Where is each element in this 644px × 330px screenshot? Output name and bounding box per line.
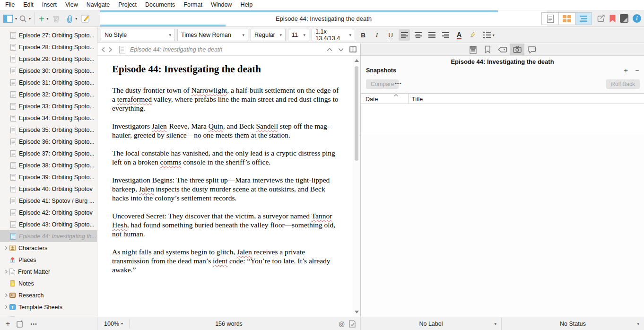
binder-item[interactable]: Episode 27: Orbiting Spoto... <box>0 29 97 41</box>
binder-item-trash[interactable]: Trash <box>0 313 97 317</box>
font-dropdown[interactable]: Times New Roman▾ <box>177 29 248 41</box>
label-dropdown[interactable]: No Label▾ <box>360 317 502 330</box>
compose-icon[interactable] <box>81 14 90 23</box>
column-divider[interactable] <box>408 94 409 104</box>
font-size-dropdown[interactable]: 11▾ <box>288 29 309 41</box>
tab-notes-icon[interactable] <box>466 43 480 55</box>
underline-button[interactable]: U <box>385 29 396 41</box>
expand-chevron-icon[interactable] <box>3 305 9 309</box>
binder-item[interactable]: Episode 35: Orbiting Spoto... <box>0 124 97 136</box>
menu-help[interactable]: Help <box>236 0 257 10</box>
search-caret[interactable]: ▾ <box>29 17 31 21</box>
binder-item[interactable]: Episode 30: Orbiting Spoto... <box>0 65 97 77</box>
menu-file[interactable]: File <box>1 0 19 10</box>
binder-item[interactable]: Episode 31: Orbiting Spoto... <box>0 77 97 88</box>
binder-item[interactable]: Episode 38: Orbiting Spoto... <box>0 159 97 171</box>
editor-text-area[interactable]: Episode 44: Investigating the death The … <box>97 56 353 317</box>
mark-reviewed-icon[interactable] <box>349 320 356 328</box>
menu-view[interactable]: View <box>61 0 82 10</box>
menu-documents[interactable]: Documents <box>141 0 179 10</box>
expand-chevron-icon[interactable] <box>3 246 9 250</box>
menu-insert[interactable]: Insert <box>38 0 61 10</box>
column-header-date[interactable]: Date <box>366 96 378 103</box>
target-icon[interactable]: ◎ <box>339 320 345 328</box>
binder-item-template-sheets[interactable]: TTemplate Sheets <box>0 301 97 313</box>
align-right-button[interactable] <box>440 29 451 41</box>
menu-navigate[interactable]: Navigate <box>82 0 114 10</box>
editor-scrollbar-thumb[interactable] <box>355 66 358 161</box>
tab-metadata-icon[interactable] <box>495 43 510 55</box>
info-icon[interactable]: i <box>633 14 641 23</box>
binder-item[interactable]: Episode 42: Orbiting Spotov <box>0 207 97 218</box>
italic-button[interactable]: I <box>371 29 383 41</box>
binder-item-notes[interactable]: Notes <box>0 278 97 289</box>
binder-item-selected[interactable]: Episode 44: Investigating th... <box>0 230 97 242</box>
menu-format[interactable]: Format <box>179 0 207 10</box>
menu-window[interactable]: Window <box>207 0 236 10</box>
binder-add-document-icon[interactable] <box>17 320 24 328</box>
column-header-title[interactable]: Title <box>412 96 423 103</box>
scroll-down-icon[interactable] <box>353 308 360 316</box>
scroll-up-icon[interactable] <box>353 57 360 64</box>
line-spacing-dropdown[interactable]: 1.1x 13.4/13.4▾ <box>312 29 355 41</box>
binder-toggle-icon[interactable] <box>3 15 13 23</box>
expand-chevron-icon[interactable] <box>3 269 9 274</box>
document-view-button[interactable] <box>542 13 558 25</box>
paperclip-caret[interactable]: ▾ <box>75 17 77 21</box>
binder-item-characters[interactable]: Characters <box>0 242 97 254</box>
tab-snapshots-icon[interactable] <box>510 43 524 55</box>
history-forward-icon[interactable] <box>108 47 113 52</box>
binder-item[interactable]: Episode 33: Orbiting Spoto... <box>0 100 97 112</box>
list-button[interactable]: ▾ <box>481 29 497 41</box>
sort-ascending-icon[interactable] <box>394 94 398 96</box>
add-snapshot-button[interactable]: + <box>624 66 628 74</box>
tab-bookmarks-icon[interactable] <box>480 43 495 55</box>
status-dropdown[interactable]: No Status▾ <box>502 317 644 330</box>
align-left-button[interactable] <box>399 29 410 41</box>
menu-project[interactable]: Project <box>114 0 141 10</box>
bold-button[interactable]: B <box>357 29 369 41</box>
text-color-button[interactable]: A <box>453 29 465 41</box>
snapshots-list[interactable] <box>361 104 644 134</box>
binder-item[interactable]: Episode 39: Orbiting Spoto... <box>0 171 97 183</box>
style-dropdown[interactable]: No Style▾ <box>101 29 175 41</box>
bookmark-icon[interactable] <box>609 15 616 23</box>
binder-add-icon[interactable]: + <box>6 320 10 328</box>
corkboard-view-button[interactable] <box>558 13 575 25</box>
search-icon[interactable] <box>19 15 27 23</box>
previous-document-icon[interactable] <box>327 48 332 52</box>
editor-scrollbar[interactable] <box>353 56 360 317</box>
binder-item-places[interactable]: Places <box>0 254 97 266</box>
compose-mode-icon[interactable] <box>620 14 628 23</box>
binder-item[interactable]: Episode 43: Orbiting Spoto... <box>0 218 97 230</box>
remove-snapshot-button[interactable]: − <box>635 66 639 74</box>
next-document-icon[interactable] <box>338 48 344 52</box>
binder-item-research[interactable]: Research <box>0 289 97 301</box>
paperclip-icon[interactable] <box>65 14 73 23</box>
binder-item[interactable]: Episode 37: Orbiting Spoto... <box>0 148 97 159</box>
snapshot-options-button[interactable]: ••• <box>395 80 402 86</box>
split-editor-icon[interactable] <box>349 46 357 52</box>
add-item-icon[interactable]: + <box>39 15 44 23</box>
share-icon[interactable] <box>596 14 605 23</box>
add-item-caret[interactable]: ▾ <box>46 17 48 21</box>
binder-item[interactable]: Episode 32: Orbiting Spoto... <box>0 88 97 100</box>
highlight-button[interactable] <box>467 29 479 41</box>
font-weight-dropdown[interactable]: Regular▾ <box>251 29 286 41</box>
outline-view-button[interactable] <box>575 13 592 25</box>
rollback-button[interactable]: Roll Back <box>606 79 640 89</box>
binder-item[interactable]: Episode 36: Orbiting Spoto... <box>0 136 97 148</box>
binder-options-icon[interactable]: ••• <box>30 321 37 327</box>
expand-chevron-icon[interactable] <box>3 293 9 297</box>
binder-item[interactable]: Episode 28: Orbiting Spoto... <box>0 41 97 53</box>
history-back-icon[interactable] <box>101 47 105 52</box>
compare-button[interactable]: Compare <box>366 79 399 89</box>
binder-item[interactable]: Episode 34: Orbiting Spoto... <box>0 112 97 124</box>
binder-toggle-caret[interactable]: ▾ <box>15 17 17 21</box>
tab-comments-icon[interactable] <box>524 43 539 55</box>
binder-item[interactable]: Episode 29: Orbiting Spoto... <box>0 53 97 65</box>
binder-item[interactable]: Episode 40: Orbiting Spotov <box>0 183 97 195</box>
binder-item[interactable]: Episode 41: Spotov / Burg ... <box>0 195 97 207</box>
binder-item-front-matter[interactable]: Front Matter <box>0 266 97 278</box>
align-justify-button[interactable] <box>426 29 437 41</box>
